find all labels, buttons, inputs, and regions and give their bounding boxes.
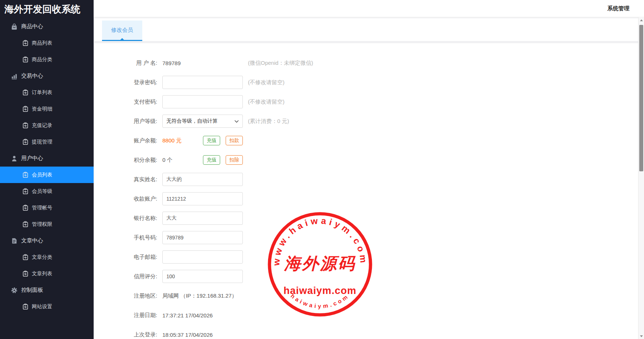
sidebar-item-label: 提现管理	[32, 139, 52, 145]
register-region-label: 注册地区:	[94, 293, 157, 299]
points-balance-deduct-button[interactable]: 扣除	[226, 155, 243, 165]
form-row-register-region: 注册地区:局域网 （IP：192.168.31.27）	[94, 289, 638, 302]
bank-name-label: 银行名称:	[94, 215, 157, 222]
username-value: 789789	[162, 60, 181, 66]
clipboard-icon	[23, 172, 28, 178]
sidebar-section-control-panel[interactable]: 控制面板	[0, 282, 94, 298]
clipboard-icon	[23, 40, 28, 46]
form-row-user-level: 用户等级:无符合等级，自动计算(累计消费：0 元)	[94, 115, 638, 128]
clipboard-icon	[23, 188, 28, 194]
sidebar-item-label: 文章分类	[32, 254, 52, 261]
tab-bar: 修改会员	[94, 18, 638, 41]
form-row-username: 用 户 名:789789(微信Openid：未绑定微信)	[94, 56, 638, 70]
sidebar-section-goods-center[interactable]: 商品中心	[0, 18, 94, 35]
payee-account-input[interactable]	[162, 192, 243, 205]
sidebar-section-label: 交易中心	[21, 72, 43, 79]
register-region-value: 局域网 （IP：192.168.31.27）	[162, 293, 237, 299]
account-balance-recharge-button[interactable]: 充值	[203, 136, 220, 145]
sidebar-item-label: 网站设置	[32, 303, 52, 310]
tab-edit-member[interactable]: 修改会员	[102, 21, 142, 41]
sidebar-item-recharge-records[interactable]: 充值记录	[0, 117, 94, 134]
sidebar-item-member-level[interactable]: 会员等级	[0, 183, 94, 200]
shop-bag-icon	[11, 23, 18, 30]
pay-password-hint: (不修改请留空)	[248, 98, 285, 105]
clipboard-icon	[23, 122, 28, 128]
register-date-value: 17:37:21 17/04/2026	[162, 312, 213, 318]
pay-password-input[interactable]	[162, 95, 243, 108]
sidebar-item-admin-accounts[interactable]: 管理帐号	[0, 200, 94, 216]
sidebar-item-label: 商品列表	[32, 40, 52, 46]
credit-score-label: 信用评分:	[94, 273, 157, 280]
phone-number-input[interactable]	[162, 231, 243, 244]
sidebar-section-label: 文章中心	[21, 237, 43, 244]
tab-edit-member-label: 修改会员	[111, 27, 133, 34]
form-row-real-name: 真实姓名:	[94, 173, 638, 186]
login-password-input[interactable]	[162, 76, 243, 89]
email-label: 电子邮箱:	[94, 254, 157, 261]
scroll-down-arrow[interactable]	[639, 333, 644, 339]
form-row-points-balance: 积分余额:0 个充值扣除	[94, 153, 638, 167]
form-row-pay-password: 支付密码:(不修改请留空)	[94, 95, 638, 108]
bank-name-input[interactable]	[162, 212, 243, 225]
account-balance-value: 8800 元	[162, 137, 203, 144]
system-admin-menu[interactable]: 系统管理	[607, 5, 629, 12]
sidebar-item-member-list[interactable]: 会员列表	[0, 167, 94, 183]
scrollbar-thumb[interactable]	[639, 25, 643, 171]
sidebar-section-user-center[interactable]: 用户中心	[0, 150, 94, 167]
sidebar-item-label: 管理帐号	[32, 205, 52, 211]
user-level-hint: (累计消费：0 元)	[248, 118, 289, 125]
sidebar-item-label: 文章列表	[32, 271, 52, 277]
clipboard-icon	[23, 303, 28, 310]
form-row-credit-score: 信用评分:	[94, 270, 638, 283]
credit-score-input[interactable]	[162, 270, 243, 283]
clipboard-icon	[23, 205, 28, 211]
clipboard-icon	[23, 254, 28, 260]
account-balance-label: 账户余额:	[94, 137, 157, 144]
chevron-down-icon	[234, 120, 239, 123]
sidebar-nav: 商品中心商品列表商品分类交易中心订单列表资金明细充值记录提现管理用户中心会员列表…	[0, 18, 94, 315]
user-level-label: 用户等级:	[94, 118, 157, 125]
sidebar-section-label: 控制面板	[21, 287, 43, 294]
form-row-account-balance: 账户余额:8800 元充值扣款	[94, 134, 638, 147]
form-row-register-date: 注册日期:17:37:21 17/04/2026	[94, 309, 638, 322]
real-name-label: 真实姓名:	[94, 176, 157, 183]
real-name-input[interactable]	[162, 173, 243, 186]
points-balance-recharge-button[interactable]: 充值	[203, 155, 220, 165]
topbar: 系统管理	[94, 0, 644, 17]
clipboard-icon	[23, 106, 28, 112]
sidebar-item-article-list[interactable]: 文章列表	[0, 265, 94, 282]
sidebar-item-admin-permissions[interactable]: 管理权限	[0, 216, 94, 232]
user-level-selected-value: 无符合等级，自动计算	[166, 118, 218, 124]
email-input[interactable]	[162, 250, 243, 264]
scroll-up-arrow[interactable]	[639, 17, 644, 23]
sidebar-item-order-list[interactable]: 订单列表	[0, 84, 94, 101]
sidebar-item-withdraw-manage[interactable]: 提现管理	[0, 134, 94, 150]
payee-account-label: 收款账户:	[94, 195, 157, 202]
last-login-value: 18:05:37 17/04/2026	[162, 332, 213, 338]
vertical-scrollbar[interactable]	[638, 17, 644, 339]
username-hint: (微信Openid：未绑定微信)	[248, 60, 313, 67]
sidebar-item-article-category[interactable]: 文章分类	[0, 249, 94, 265]
sidebar-item-label: 订单列表	[32, 89, 52, 96]
sidebar-section-label: 用户中心	[21, 155, 43, 162]
username-label: 用 户 名:	[94, 60, 157, 67]
sidebar-item-label: 会员等级	[32, 188, 52, 195]
account-balance-deduct-button[interactable]: 扣款	[226, 136, 243, 145]
clipboard-icon	[23, 56, 28, 63]
points-balance-label: 积分余额:	[94, 157, 157, 164]
register-date-label: 注册日期:	[94, 312, 157, 319]
document-icon	[11, 238, 18, 244]
sidebar-item-goods-category[interactable]: 商品分类	[0, 51, 94, 68]
user-level-select[interactable]: 无符合等级，自动计算	[162, 115, 243, 128]
sidebar-item-site-settings[interactable]: 网站设置	[0, 298, 94, 315]
sidebar-item-funds-detail[interactable]: 资金明细	[0, 101, 94, 117]
sidebar-section-trade-center[interactable]: 交易中心	[0, 68, 94, 84]
form-row-phone-number: 手机号码:	[94, 231, 638, 244]
login-password-hint: (不修改请留空)	[248, 79, 285, 86]
sidebar-section-label: 商品中心	[21, 23, 43, 30]
sidebar-item-goods-list[interactable]: 商品列表	[0, 35, 94, 51]
sidebar: 海外开发回收系统 商品中心商品列表商品分类交易中心订单列表资金明细充值记录提现管…	[0, 0, 94, 339]
clipboard-icon	[23, 89, 28, 96]
clipboard-icon	[23, 221, 28, 227]
sidebar-section-article-center[interactable]: 文章中心	[0, 232, 94, 249]
